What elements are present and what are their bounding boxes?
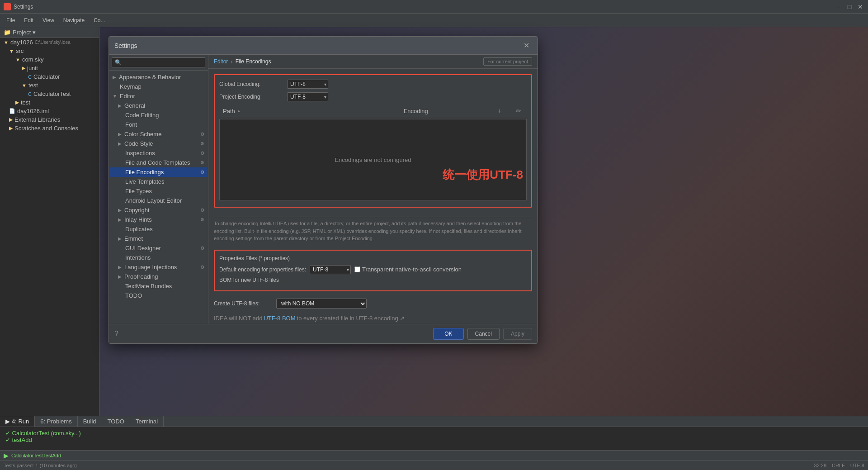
run-play-button[interactable]: ▶: [4, 452, 9, 459]
nav-emmet[interactable]: ▶ Emmet: [109, 234, 208, 243]
edit-path-button[interactable]: ✏: [514, 106, 523, 115]
nav-label-file-types: File Types: [125, 188, 152, 195]
tree-item-external-libs[interactable]: ▶ External Libraries: [0, 115, 99, 124]
nav-file-encodings[interactable]: File Encodings ⚙: [109, 167, 208, 177]
nav-font[interactable]: Font: [109, 120, 208, 129]
tree-label-iml: day1026.iml: [17, 108, 49, 114]
tree-item-day1026[interactable]: ▼ day1026 C:\Users\sky\Idea: [0, 38, 99, 47]
status-bar: Tests passed: 1 (10 minutes ago) 32:28 C…: [0, 460, 868, 470]
props-encoding-select[interactable]: UTF-8 UTF-16 ISO-8859-1: [310, 265, 351, 274]
nav-file-code-templates[interactable]: File and Code Templates ⚙: [109, 158, 208, 167]
encoding-info-text: To change encoding IntelliJ IDEA uses fo…: [214, 217, 532, 245]
create-utf8-select[interactable]: with NO BOM with BOM with system default: [276, 299, 367, 309]
transparent-conversion-checkbox[interactable]: [354, 266, 360, 272]
maximize-button[interactable]: □: [845, 3, 854, 11]
nav-label-emmet: Emmet: [124, 235, 143, 242]
java-file-icon: C: [28, 91, 32, 97]
path-header-label: Path: [223, 108, 235, 114]
dialog-title: Settings: [114, 42, 137, 49]
ide-topbar: File Edit View Navigate Co...: [0, 14, 868, 27]
menu-code[interactable]: Co...: [91, 16, 108, 24]
menu-view[interactable]: View: [40, 16, 57, 24]
nav-file-types[interactable]: File Types: [109, 186, 208, 196]
add-path-button[interactable]: +: [496, 106, 503, 115]
menu-file[interactable]: File: [4, 16, 18, 24]
breadcrumb-editor[interactable]: Editor: [214, 58, 228, 65]
tree-label-src: src: [16, 47, 24, 54]
nav-label-textmate: TextMate Bundles: [125, 283, 172, 290]
run-bar: ▶ CalculatorTest.testAdd: [0, 450, 868, 460]
gear-icon: ⚙: [200, 265, 204, 270]
nav-color-scheme[interactable]: ▶ Color Scheme ⚙: [109, 129, 208, 139]
nav-gui-designer[interactable]: GUI Designer ⚙: [109, 243, 208, 253]
cancel-button[interactable]: Cancel: [467, 328, 500, 340]
line-ending-indicator[interactable]: CRLF: [832, 463, 845, 468]
line-col-indicator[interactable]: 32:28: [814, 463, 827, 468]
close-button[interactable]: ✕: [856, 3, 864, 11]
nav-label-duplicates: Duplicates: [125, 226, 153, 233]
tree-item-junit[interactable]: ▶ junit: [0, 64, 99, 72]
tree-item-comsky[interactable]: ▼ com.sky: [0, 55, 99, 64]
dialog-close-button[interactable]: ✕: [521, 40, 532, 51]
nav-android-layout[interactable]: Android Layout Editor: [109, 196, 208, 205]
breadcrumb-tab-for-project[interactable]: For current project: [483, 57, 532, 66]
nav-live-templates[interactable]: Live Templates: [109, 177, 208, 186]
tab-run[interactable]: ▶ 4: Run: [0, 416, 35, 427]
bom-label: BOM for new UTF-8 files: [219, 277, 279, 283]
tab-build[interactable]: Build: [78, 416, 102, 427]
tree-item-test[interactable]: ▼ test: [0, 81, 99, 90]
project-sidebar: 📁 Project ▾ ▼ day1026 C:\Users\sky\Idea …: [0, 27, 99, 416]
nav-keymap[interactable]: Keymap: [109, 82, 208, 91]
nav-label-android-layout: Android Layout Editor: [125, 197, 182, 204]
dialog-search-input[interactable]: [112, 57, 205, 67]
tree-item-test2[interactable]: ▶ test: [0, 98, 99, 107]
project-encoding-label: Project Encoding:: [219, 94, 283, 100]
tree-item-calculator[interactable]: C Calculator: [0, 72, 99, 81]
tree-label-scratches: Scratches and Consoles: [14, 125, 78, 132]
nav-intentions[interactable]: Intentions: [109, 253, 208, 262]
nav-code-style[interactable]: ▶ Code Style ⚙: [109, 139, 208, 148]
nav-language-injections[interactable]: ▶ Language Injections ⚙: [109, 262, 208, 272]
global-encoding-select[interactable]: UTF-8 UTF-16 ISO-8859-1: [287, 80, 328, 89]
tab-todo[interactable]: TODO: [102, 416, 130, 427]
path-column-header: Path: [223, 108, 402, 114]
bom-row: BOM for new UTF-8 files: [219, 277, 527, 283]
nav-proofreading[interactable]: ▶ Proofreading: [109, 272, 208, 281]
ok-button[interactable]: OK: [433, 328, 463, 340]
nav-code-editing[interactable]: Code Editing: [109, 110, 208, 120]
nav-general[interactable]: ▶ General: [109, 101, 208, 110]
tree-item-scratches[interactable]: ▶ Scratches and Consoles: [0, 124, 99, 133]
tab-run-label: 4: Run: [12, 418, 29, 425]
nav-appearance[interactable]: ▶ Appearance & Behavior: [109, 72, 208, 82]
nav-label-file-encodings: File Encodings: [125, 169, 164, 176]
table-actions: + − ✏: [496, 106, 523, 115]
dialog-content-panel: Editor › File Encodings For current proj…: [208, 55, 538, 324]
settings-dialog: Settings ✕ ▶ Appearance & Behavior Keyma…: [108, 36, 538, 344]
tree-item-iml[interactable]: 📄 day1026.iml: [0, 107, 99, 115]
tab-problems[interactable]: 6: Problems: [35, 416, 77, 427]
project-encoding-select[interactable]: UTF-8 UTF-16 ISO-8859-1: [287, 92, 328, 101]
apply-button[interactable]: Apply: [503, 328, 532, 340]
tree-item-src[interactable]: ▼ src: [0, 47, 99, 55]
nav-copyright[interactable]: ▶ Copyright ⚙: [109, 205, 208, 215]
transparent-conversion-checkbox-label[interactable]: Transparent native-to-ascii conversion: [354, 266, 462, 273]
menu-edit[interactable]: Edit: [21, 16, 36, 24]
tree-item-calculatortest[interactable]: C CalculatorTest: [0, 90, 99, 98]
utf8-bom-link[interactable]: UTF-8 BOM: [264, 315, 295, 322]
nav-label-general: General: [124, 102, 145, 109]
tab-terminal[interactable]: Terminal: [130, 416, 164, 427]
nav-duplicates[interactable]: Duplicates: [109, 224, 208, 234]
nav-editor[interactable]: ▼ Editor: [109, 91, 208, 101]
title-bar-text: Settings: [14, 4, 835, 10]
nav-todo[interactable]: TODO: [109, 291, 208, 300]
nav-inlay-hints[interactable]: ▶ Inlay Hints ⚙: [109, 215, 208, 224]
encoding-indicator[interactable]: UTF-8: [850, 463, 864, 468]
minimize-button[interactable]: −: [835, 3, 843, 11]
nav-textmate[interactable]: TextMate Bundles: [109, 281, 208, 291]
remove-path-button[interactable]: −: [505, 106, 512, 115]
menu-navigate[interactable]: Navigate: [61, 16, 87, 24]
nav-inspections[interactable]: Inspections ⚙: [109, 148, 208, 158]
nav-label-file-code-templates: File and Code Templates: [125, 159, 190, 166]
help-button[interactable]: ?: [114, 330, 118, 338]
run-output-line-2: ✓ testAdd: [5, 437, 863, 443]
